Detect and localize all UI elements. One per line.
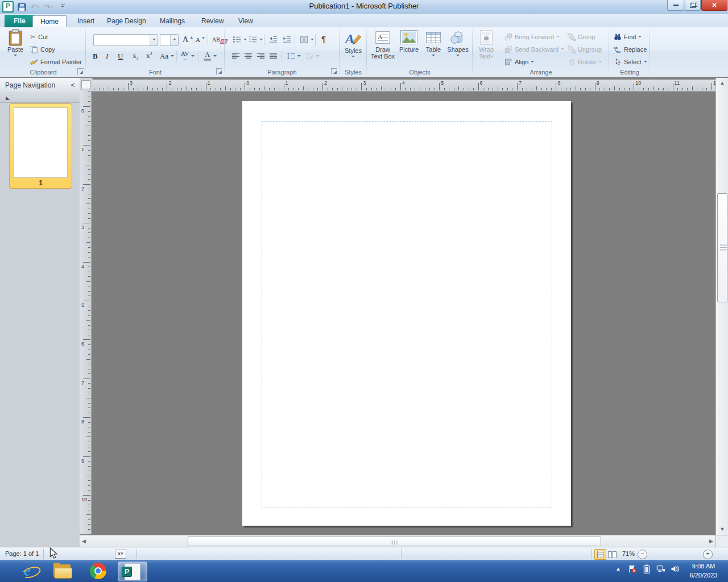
horizontal-ruler[interactable]: 3210123456789101112 [92, 80, 715, 92]
speaker-icon[interactable] [671, 564, 680, 573]
align-center-button[interactable] [242, 50, 254, 62]
collapse-panel-button[interactable]: < [71, 78, 75, 93]
picture-button[interactable]: Picture [397, 29, 421, 53]
shrink-font-button[interactable]: A▼ [194, 34, 207, 45]
ruler-tick [88, 490, 90, 490]
table-button[interactable]: Table [422, 29, 445, 58]
columns-button[interactable] [298, 34, 316, 45]
font-dialog-launcher[interactable] [216, 68, 222, 74]
paragraph-dialog-launcher[interactable] [331, 68, 337, 74]
vertical-scrollbar[interactable]: ▲ ▼ [715, 78, 728, 535]
taskbar-internet-explorer[interactable]: e [15, 562, 40, 580]
ruler-tick [240, 88, 241, 90]
tab-page-design[interactable]: Page Design [100, 15, 154, 27]
ruler-tick [157, 88, 158, 90]
special-characters-button[interactable]: ¶ [320, 33, 328, 45]
styles-button[interactable]: A Styles [342, 29, 365, 59]
rotate-button[interactable]: Rotate [566, 56, 603, 68]
page-indicator[interactable]: Page: 1 of 1 [5, 550, 39, 557]
action-center-flag-icon[interactable] [628, 564, 637, 573]
decrease-indent-button[interactable] [267, 34, 279, 45]
ruler-tick [429, 88, 430, 90]
bold-button[interactable]: B [91, 50, 102, 62]
find-button[interactable]: Find [612, 31, 643, 43]
select-button[interactable]: Select [612, 56, 649, 68]
cut-button[interactable]: ✂ Cut [28, 31, 49, 43]
bring-forward-button[interactable]: Bring Forward [503, 31, 561, 43]
horizontal-scrollbar-thumb[interactable] [188, 537, 601, 546]
horizontal-scrollbar[interactable]: ◀ ▶ [80, 535, 715, 547]
italic-button[interactable]: I [104, 50, 113, 62]
draw-text-box-button[interactable]: A Draw Text Box [370, 29, 396, 60]
justify-button[interactable] [267, 50, 279, 62]
two-page-spread-button[interactable] [606, 549, 618, 560]
network-icon[interactable] [656, 564, 665, 573]
superscript-button[interactable]: x2 [144, 50, 154, 62]
replace-button[interactable]: ab ac Replace [612, 43, 648, 55]
zoom-out-button[interactable]: − [638, 550, 647, 559]
scroll-up-button[interactable]: ▲ [716, 80, 728, 86]
font-name-combo[interactable] [93, 34, 158, 46]
font-size-dropdown[interactable] [170, 35, 178, 45]
paste-button[interactable]: Paste [5, 29, 26, 58]
ruler-tick [83, 223, 90, 223]
character-spacing-button[interactable]: AV ↔ [179, 50, 196, 62]
format-painter-button[interactable]: Format Painter [28, 56, 84, 68]
tab-mailings[interactable]: Mailings [152, 15, 192, 27]
shapes-button[interactable]: Shapes [446, 29, 470, 58]
taskbar-publisher[interactable]: P [118, 562, 147, 581]
font-name-dropdown[interactable] [150, 35, 158, 45]
wrap-text-button[interactable]: Wrap Text [475, 29, 497, 60]
scroll-left-button[interactable]: ◀ [82, 538, 86, 544]
ungroup-button[interactable]: Ungroup [566, 43, 603, 55]
align-right-button[interactable] [255, 50, 267, 62]
line-spacing-button[interactable] [285, 50, 303, 62]
font-color-button[interactable]: A [202, 50, 218, 62]
send-backward-button[interactable]: Send Backward [503, 43, 566, 55]
subscript-button[interactable]: x2 [131, 50, 140, 62]
battery-icon[interactable] [642, 564, 651, 573]
table-icon [425, 29, 442, 46]
font-size-combo[interactable] [160, 34, 179, 46]
ruler-number: 0 [81, 108, 84, 114]
workspace-canvas[interactable] [92, 92, 715, 535]
scroll-down-button[interactable]: ▼ [716, 526, 728, 532]
restore-button[interactable] [685, 0, 701, 11]
single-page-view-button[interactable] [594, 549, 606, 560]
align-button[interactable]: Align [503, 56, 536, 68]
tab-review[interactable]: Review [194, 15, 231, 27]
tab-home[interactable]: Home [32, 15, 67, 28]
tab-insert[interactable]: Insert [70, 15, 102, 27]
scroll-right-button[interactable]: ▶ [709, 538, 713, 544]
objects-group-label: Objects [367, 69, 472, 76]
taskbar-file-explorer[interactable] [50, 562, 75, 580]
numbering-button[interactable] [247, 34, 264, 45]
vertical-scrollbar-thumb[interactable] [717, 193, 727, 302]
taskbar-chrome[interactable] [85, 562, 110, 580]
zoom-level[interactable]: 71% [619, 550, 635, 557]
clipboard-dialog-launcher[interactable] [77, 68, 84, 74]
bullets-button[interactable] [231, 34, 249, 45]
underline-button[interactable]: U [116, 50, 127, 62]
columns-arrow [311, 39, 314, 42]
taskbar-clock[interactable]: 9:08 AM 6/20/2023 [682, 562, 725, 580]
change-case-button[interactable]: Aa [158, 50, 176, 62]
increase-indent-button[interactable] [281, 34, 293, 45]
paragraph-borders-button[interactable] [304, 50, 321, 62]
page-thumbnail-1[interactable]: 1 [9, 103, 72, 189]
tab-file[interactable]: File [5, 15, 35, 27]
ruler-origin-box[interactable] [81, 80, 90, 89]
group-button[interactable]: Group [566, 31, 597, 43]
object-position-icon[interactable]: XY [115, 550, 126, 559]
expand-sections-icon[interactable] [6, 96, 10, 100]
grow-font-button[interactable]: A▲ [181, 34, 195, 45]
minimize-button[interactable] [667, 0, 684, 11]
tray-chevron-icon[interactable]: ▲ [614, 564, 623, 573]
publication-page[interactable] [242, 101, 571, 526]
tab-view[interactable]: View [231, 15, 260, 27]
copy-button[interactable]: Copy [28, 43, 57, 55]
vertical-ruler[interactable]: 01234567891011 [80, 91, 92, 534]
zoom-in-button[interactable]: + [703, 550, 713, 559]
close-button[interactable]: × [701, 0, 727, 11]
align-left-button[interactable] [230, 50, 242, 62]
